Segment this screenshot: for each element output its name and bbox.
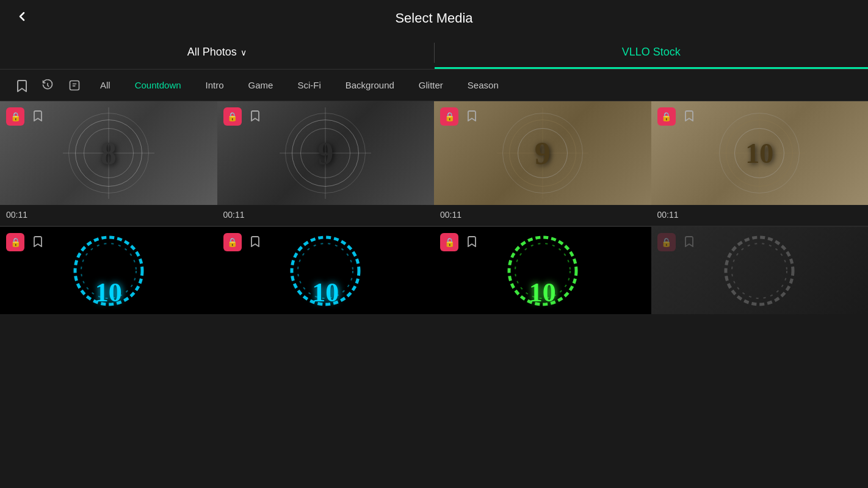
thumbnail-6: 🔒 10 bbox=[217, 226, 435, 314]
lock-icon-1: 🔒 bbox=[6, 107, 24, 126]
svg-point-10 bbox=[732, 243, 787, 298]
thumbnail-1: 🔒 8 bbox=[0, 101, 217, 205]
category-intro[interactable]: Intro bbox=[196, 76, 234, 94]
item-7-icons: 🔒 bbox=[440, 233, 480, 251]
bookmark-icon-4[interactable] bbox=[681, 107, 698, 124]
neon-number-6: 10 bbox=[312, 277, 339, 308]
back-button[interactable] bbox=[15, 9, 29, 27]
category-scifi[interactable]: Sci-Fi bbox=[288, 76, 330, 94]
media-item-5[interactable]: 🔒 10 bbox=[0, 226, 217, 314]
media-grid-row1: 🔒 8 00:11 🔒 bbox=[0, 101, 868, 224]
media-item-4[interactable]: 🔒 10 00:11 bbox=[651, 101, 869, 224]
thumbnail-4: 🔒 10 bbox=[651, 101, 869, 205]
media-item-1[interactable]: 🔒 8 00:11 bbox=[0, 101, 217, 224]
history-filter-icon[interactable] bbox=[37, 74, 59, 96]
category-background[interactable]: Background bbox=[336, 76, 404, 94]
lock-icon-6: 🔒 bbox=[223, 233, 242, 251]
neon-number-7: 10 bbox=[529, 277, 556, 308]
category-game[interactable]: Game bbox=[239, 76, 283, 94]
media-item-6[interactable]: 🔒 10 bbox=[217, 226, 435, 314]
media-item-7[interactable]: 🔒 10 bbox=[434, 226, 651, 314]
tab-vllo-stock[interactable]: VLLO Stock bbox=[435, 37, 869, 69]
lock-icon-4: 🔒 bbox=[657, 107, 676, 126]
lock-icon-8: 🔒 bbox=[657, 233, 676, 251]
thumbnail-5: 🔒 10 bbox=[0, 226, 217, 314]
item-1-icons: 🔒 bbox=[6, 107, 46, 126]
bookmark-icon-3[interactable] bbox=[463, 107, 480, 124]
media-grid-row2: 🔒 10 🔒 bbox=[0, 226, 868, 314]
category-bar: All Countdown Intro Game Sci-Fi Backgrou… bbox=[0, 70, 868, 101]
thumbnail-7: 🔒 10 bbox=[434, 226, 651, 314]
lock-icon-3: 🔒 bbox=[440, 107, 458, 126]
bookmark-filter-icon[interactable] bbox=[10, 74, 32, 96]
item-6-icons: 🔒 bbox=[223, 233, 264, 251]
notification-filter-icon[interactable] bbox=[63, 74, 85, 96]
media-item-3[interactable]: 🔒 9 00:11 bbox=[434, 101, 651, 224]
neon-number-5: 10 bbox=[95, 277, 122, 308]
bookmark-icon-2[interactable] bbox=[247, 107, 264, 124]
film-number-2: 9 bbox=[317, 135, 333, 171]
chevron-down-icon: ∨ bbox=[241, 48, 247, 57]
neon-ring-8 bbox=[720, 231, 799, 310]
film-number-3: 9 bbox=[535, 135, 551, 171]
bookmark-icon-6[interactable] bbox=[247, 233, 264, 250]
duration-4: 00:11 bbox=[651, 205, 869, 224]
lock-icon-5: 🔒 bbox=[6, 233, 24, 251]
thumbnail-2: 🔒 9 bbox=[217, 101, 435, 205]
bookmark-icon-1[interactable] bbox=[29, 107, 46, 124]
tabs-row: All Photos ∨ VLLO Stock bbox=[0, 37, 868, 70]
film-number-4: 10 bbox=[745, 137, 773, 170]
bookmark-icon-8[interactable] bbox=[681, 233, 698, 250]
category-countdown[interactable]: Countdown bbox=[125, 76, 191, 94]
film-number-1: 8 bbox=[101, 135, 117, 171]
duration-2: 00:11 bbox=[217, 205, 435, 224]
tab-all-photos[interactable]: All Photos ∨ bbox=[0, 37, 434, 69]
media-item-2[interactable]: 🔒 9 00:11 bbox=[217, 101, 435, 224]
header: Select Media bbox=[0, 0, 868, 37]
bookmark-icon-7[interactable] bbox=[463, 233, 480, 250]
category-season[interactable]: Season bbox=[458, 76, 508, 94]
duration-3: 00:11 bbox=[434, 205, 651, 224]
item-4-icons: 🔒 bbox=[657, 107, 698, 126]
category-all[interactable]: All bbox=[90, 76, 120, 94]
item-2-icons: 🔒 bbox=[223, 107, 264, 126]
item-3-icons: 🔒 bbox=[440, 107, 480, 126]
svg-point-9 bbox=[726, 237, 793, 304]
thumbnail-3: 🔒 9 bbox=[434, 101, 651, 205]
page-title: Select Media bbox=[395, 10, 472, 26]
media-item-8[interactable]: 🔒 bbox=[651, 226, 869, 314]
lock-icon-7: 🔒 bbox=[440, 233, 458, 251]
thumbnail-8: 🔒 bbox=[651, 226, 869, 314]
bookmark-icon-5[interactable] bbox=[29, 233, 46, 250]
lock-icon-2: 🔒 bbox=[223, 107, 242, 126]
item-8-icons: 🔒 bbox=[657, 233, 698, 251]
duration-1: 00:11 bbox=[0, 205, 217, 224]
item-5-icons: 🔒 bbox=[6, 233, 46, 251]
category-glitter[interactable]: Glitter bbox=[409, 76, 453, 94]
